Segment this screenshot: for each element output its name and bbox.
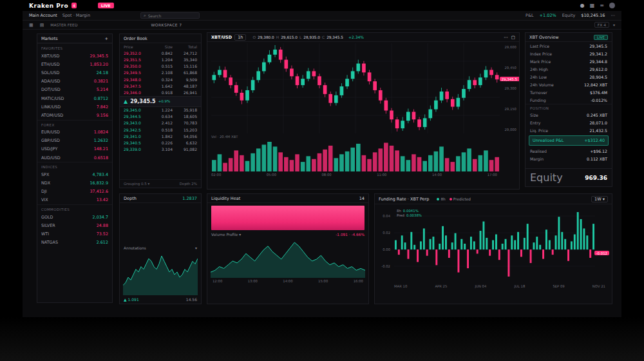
pnl-row-value: +$312.40 — [584, 138, 605, 143]
time-axis: 02:0005:0008:0011:0014:0017:00 — [207, 171, 519, 177]
avatar[interactable] — [609, 3, 615, 8]
watchlist-row[interactable]: ATOM/USD9.156 — [37, 111, 112, 119]
search-input[interactable] — [148, 14, 196, 18]
candle-chart[interactable]: 29,60029,45029,30029,15029,000 29,345.5 — [211, 43, 519, 133]
pair-selector[interactable]: XBT/USD — [211, 35, 232, 40]
asset-panel: XBT Overview LIVE Last Price29,345.5Inde… — [525, 32, 612, 187]
price-cell: 29,349.5 — [124, 70, 148, 75]
chevron-down-icon[interactable]: ▾ — [613, 23, 615, 27]
more-options-icon[interactable]: ⋯ — [611, 13, 616, 18]
profile-value: -1.091 · -4.66% — [336, 233, 365, 237]
orderbook-row[interactable]: 29,343.02.41270,783 — [120, 120, 201, 126]
search-box[interactable]: ⌕ — [140, 12, 200, 19]
price-cell: 29,344.5 — [124, 114, 148, 119]
pair-price: 0.3821 — [94, 79, 108, 84]
watchlist-row[interactable]: LINK/USD7.842 — [37, 102, 112, 111]
watchlist-row[interactable]: USD/JPY148.21 — [37, 145, 112, 153]
topbar-actions: ● ▦ ≡ — [580, 3, 615, 8]
orderbook-row[interactable]: 29,342.50.51815,203 — [120, 126, 201, 133]
orderbook-row[interactable]: 29,339.03.10491,082 — [120, 146, 201, 153]
watchlist-row[interactable]: EUR/USD1.0824 — [37, 128, 112, 137]
size-cell: 0.518 — [148, 128, 173, 132]
orderbook-columns: Price Size Total — [120, 43, 201, 50]
pair-name: NDX — [41, 180, 50, 186]
total-cell: 24,712 — [173, 51, 197, 55]
orderbook-row[interactable]: 29,347.51.64248,187 — [120, 83, 201, 89]
grouping-select[interactable]: Grouping 0.5 ▾ — [124, 182, 149, 186]
rows-icon[interactable]: ▤ — [40, 23, 44, 28]
range-select[interactable]: 1W ▾ — [591, 196, 608, 202]
notifications-icon[interactable]: ● — [580, 3, 585, 8]
watchlist-row[interactable]: GBP/USD1.2632 — [37, 137, 112, 145]
mini-value: 1.2837 — [182, 196, 197, 201]
funding-yaxis-label: 0.04 — [383, 214, 390, 218]
depth-xaxis-label: 12:00 — [213, 279, 222, 283]
interval-selector[interactable]: 1h — [234, 34, 246, 41]
stat-row: Last Price29,345.5 — [526, 42, 612, 50]
legend-item: Predicted — [450, 197, 471, 201]
workspace-label[interactable]: WORKSPACE 7 — [151, 23, 182, 27]
total-cell: 48,187 — [173, 84, 197, 88]
mini-footer-change: ▲ 1.091 — [124, 297, 139, 302]
stat-row: Liq. Price21,432.5 — [526, 126, 612, 134]
watchlist-row[interactable]: ETH/USD1,853.20 — [37, 60, 112, 68]
orderbook-row[interactable]: 29,345.01.22435,918 — [120, 107, 201, 113]
mini-footer: ▲ 1.091 14.56 — [120, 295, 201, 304]
price-cell: 29,350.0 — [124, 64, 148, 68]
orderbook-row[interactable]: 29,340.50.2266,632 — [120, 139, 201, 146]
watchlist-row[interactable]: NATGAS2.612 — [37, 239, 112, 247]
orderbook-row[interactable]: 29,350.00.51515,116 — [120, 63, 201, 70]
profile-label: Volume Profile — [211, 233, 238, 237]
stat-value: 28,071.0 — [589, 121, 607, 125]
pair-name: LINK/USD — [41, 104, 61, 110]
stat-row: Index Price29,341.2 — [526, 50, 612, 57]
top-bar: Kraken Pro 4 LIVE ● ▦ ≡ — [23, 0, 621, 11]
watchlist-row[interactable]: AUD/USD0.6518 — [37, 153, 112, 162]
funding-chart[interactable]: 0.040.020.00-0.02 8h0.0041%Pred0.0038% -… — [394, 207, 607, 283]
stat-key: Pred — [397, 213, 404, 217]
watchlist-row[interactable]: GOLD2,034.7 — [37, 213, 112, 221]
watchlist-row[interactable]: SPX4,783.4 — [37, 170, 112, 179]
chart-more-icon[interactable]: ⋯ — [504, 35, 508, 40]
unrealised-pnl-row[interactable]: Unrealised P&L +$312.40 — [529, 135, 609, 146]
watchlist-row[interactable]: NDX16,832.9 — [37, 179, 112, 187]
watchlist-row[interactable]: MATIC/USD0.8712 — [37, 94, 112, 102]
watchlist-header: Markets + — [37, 34, 112, 43]
menu-icon[interactable]: ≡ — [600, 3, 604, 8]
size-cell: 3.104 — [148, 147, 173, 151]
pair-name: NATGAS — [41, 240, 58, 245]
pair-name: EUR/USD — [41, 130, 60, 135]
grid-layout-icon[interactable]: ▦ — [590, 3, 595, 8]
orderbook-row[interactable]: 29,344.50.63418,605 — [120, 113, 201, 120]
funding-xaxis-label: APR 25 — [435, 284, 447, 288]
live-badge[interactable]: LIVE — [98, 3, 114, 8]
profile-select[interactable]: Volume Profile ▾ — [211, 233, 241, 237]
watchlist-row[interactable]: DJI37,412.6 — [37, 188, 112, 196]
watchlist-row[interactable]: SOL/USD24.18 — [37, 68, 112, 77]
spread-row[interactable]: ▲ 29,345.5 +0.9% — [120, 96, 201, 107]
stat-value: 21,432.5 — [589, 128, 607, 133]
watchlist-row[interactable]: SILVER24.88 — [37, 221, 112, 229]
stat-label: Turnover — [530, 90, 547, 95]
orderbook-row[interactable]: 29,351.51.20435,340 — [120, 56, 201, 63]
workspace-bar: ▦ ▤ MASTER FEED WORKSPACE 7 FX 4 ▾ — [23, 21, 621, 30]
watchlist-row[interactable]: DOT/USD5.214 — [37, 86, 112, 94]
watchlist-row[interactable]: WTI73.52 — [37, 229, 112, 238]
watchlist-row[interactable]: VIX13.42 — [37, 196, 112, 204]
watchlist-row[interactable]: XBT/USD29,345.5 — [37, 52, 112, 60]
orderbook-row[interactable]: 29,341.01.84254,056 — [120, 133, 201, 139]
last-price-tag: 29,345.5 — [500, 77, 520, 81]
watchlist-row[interactable]: ADA/USD0.3821 — [37, 77, 112, 86]
account-name[interactable]: Main Account — [29, 13, 57, 18]
heat-band[interactable] — [211, 206, 365, 230]
orderbook-row[interactable]: 29,346.00.91826,941 — [120, 89, 201, 95]
panels-icon[interactable]: ▦ — [29, 23, 33, 28]
annotations-row[interactable]: Annotations ▾ — [120, 245, 201, 251]
mini-title: Depth — [124, 196, 137, 201]
fx-chip[interactable]: FX 4 — [594, 22, 609, 28]
orderbook-row[interactable]: 29,349.52.10861,868 — [120, 70, 201, 76]
add-market-button[interactable]: + — [105, 36, 108, 41]
expand-icon[interactable]: ▢ — [511, 35, 515, 40]
orderbook-row[interactable]: 29,352.00.84224,712 — [120, 50, 201, 56]
orderbook-row[interactable]: 29,348.00.3249,509 — [120, 76, 201, 83]
